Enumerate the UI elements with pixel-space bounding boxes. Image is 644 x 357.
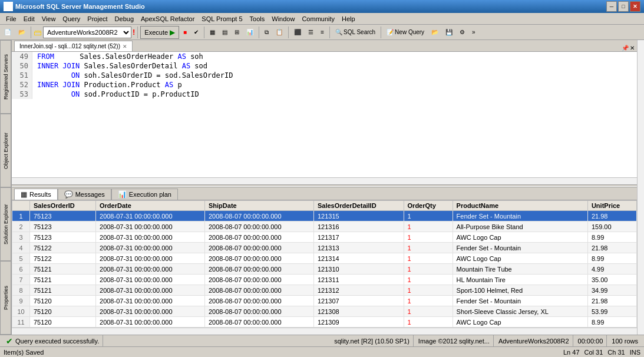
- data-cell: 75123: [30, 211, 96, 222]
- minimize-button[interactable]: ─: [606, 1, 617, 12]
- tab-messages[interactable]: 💬 Messages: [58, 189, 111, 200]
- row-num-cell: 11: [12, 317, 30, 328]
- tb-btn2[interactable]: ▤: [219, 26, 230, 39]
- editor-pin-icon[interactable]: 📌: [622, 45, 629, 51]
- tb-btn4[interactable]: 📊: [243, 26, 256, 39]
- data-cell: 75120: [30, 317, 96, 328]
- data-cell: 2008-08-07 00:00:00.000: [204, 264, 313, 275]
- sep1: [31, 27, 31, 38]
- data-cell: 121309: [313, 317, 404, 328]
- data-grid[interactable]: SalesOrderID OrderDate ShipDate SalesOrd…: [12, 200, 637, 328]
- table-icon: ⊞: [235, 29, 239, 35]
- col-sales-order-detail-id[interactable]: SalesOrderDetailID: [313, 201, 404, 211]
- tb-btn5[interactable]: ⧉: [262, 26, 272, 39]
- table-row[interactable]: 10751202008-07-31 00:00:00.0002008-08-07…: [12, 306, 637, 317]
- table-row[interactable]: 11751202008-07-31 00:00:00.0002008-08-07…: [12, 317, 637, 328]
- row-num-cell: 9: [12, 296, 30, 306]
- sql-search-button[interactable]: 🔍 SQL Search: [332, 26, 378, 39]
- tb-btn10[interactable]: 📂: [428, 26, 441, 39]
- table-row[interactable]: 6751212008-07-31 00:00:00.0002008-08-07 …: [12, 264, 637, 275]
- tb-btn1[interactable]: ▦: [207, 26, 218, 39]
- tab-execution-plan[interactable]: 📊 Execution plan: [111, 189, 178, 200]
- tb-btn9[interactable]: ≡: [318, 26, 327, 39]
- data-cell: HL Mountain Tire: [453, 275, 587, 285]
- window-controls[interactable]: ─ □ ✕: [606, 1, 640, 12]
- data-cell: 21.98: [587, 243, 636, 253]
- table-row[interactable]: 1751232008-07-31 00:00:00.0002008-08-07 …: [12, 211, 637, 222]
- database-dropdown[interactable]: AdventureWorks2008R2: [43, 27, 131, 38]
- menu-apexsql[interactable]: ApexSQL Refactor: [137, 14, 198, 24]
- col-order-qty[interactable]: OrderQty: [404, 201, 453, 211]
- data-cell: Mountain Tire Tube: [453, 264, 587, 275]
- tb-btn11[interactable]: 💾: [442, 26, 455, 39]
- bottom-mode: INS: [630, 349, 640, 356]
- data-cell: 2008-08-07 00:00:00.000: [204, 243, 313, 253]
- table-row[interactable]: 2751232008-07-31 00:00:00.0002008-08-07 …: [12, 222, 637, 232]
- data-cell: AWC Logo Cap: [453, 317, 587, 328]
- registered-servers-tab[interactable]: Registered Servers: [0, 40, 11, 114]
- table-row[interactable]: 7751212008-07-31 00:00:00.0002008-08-07 …: [12, 275, 637, 285]
- data-cell: 2008-07-31 00:00:00.000: [96, 296, 205, 306]
- status-connection-text: sqlity.net [R2] (10.50 SP1): [334, 338, 409, 345]
- col-ship-date[interactable]: ShipDate: [204, 201, 313, 211]
- tb-btn7[interactable]: ⬛: [291, 26, 304, 39]
- row-num-cell: 2: [12, 222, 30, 232]
- maximize-button[interactable]: □: [618, 1, 629, 12]
- col-order-date[interactable]: OrderDate: [96, 201, 205, 211]
- editor-content[interactable]: 49 FROM Sales.SalesOrderHeader AS soh 50…: [12, 52, 637, 184]
- tb-btn6[interactable]: 📋: [273, 26, 286, 39]
- toolbar-new-file[interactable]: 📄: [1, 26, 14, 39]
- menu-community[interactable]: Community: [298, 14, 338, 24]
- col-unit-price[interactable]: UnitPrice: [587, 201, 636, 211]
- new-query-button[interactable]: 📝 New Query: [384, 26, 427, 39]
- results-table: SalesOrderID OrderDate ShipDate SalesOrd…: [12, 200, 637, 328]
- sep7: [381, 27, 381, 38]
- data-cell: 2008-07-31 00:00:00.000: [96, 232, 205, 243]
- menu-query[interactable]: Query: [59, 14, 84, 24]
- table-row[interactable]: 5751222008-07-31 00:00:00.0002008-08-07 …: [12, 253, 637, 264]
- properties-tab[interactable]: Properties: [0, 261, 11, 335]
- editor-close-icon[interactable]: ✕: [630, 45, 635, 51]
- stop-button[interactable]: ■: [180, 26, 190, 39]
- tab-results[interactable]: ▦ Results: [14, 189, 58, 200]
- menu-help[interactable]: Help: [338, 14, 359, 24]
- editor-vscrollbar[interactable]: [637, 40, 644, 335]
- table-row[interactable]: 9751202008-07-31 00:00:00.0002008-08-07 …: [12, 296, 637, 306]
- data-cell: 21.98: [587, 296, 636, 306]
- tb-btn3[interactable]: ⊞: [232, 26, 242, 39]
- plan-icon: 📊: [118, 190, 127, 199]
- editor-hscrollbar[interactable]: [12, 177, 637, 184]
- execute-button[interactable]: Execute ▶: [140, 26, 179, 39]
- menu-window[interactable]: Window: [268, 14, 298, 24]
- tb-btn12[interactable]: ⚙: [457, 26, 468, 39]
- tb-btn8[interactable]: ☰: [305, 26, 316, 39]
- tab-close-icon[interactable]: ✕: [123, 44, 127, 49]
- editor-panel: InnerJoin.sql - sqli...012 sqlity.net (5…: [12, 40, 637, 184]
- grid-hscrollbar[interactable]: [12, 328, 637, 335]
- data-cell: 121310: [313, 264, 404, 275]
- tb-more[interactable]: »: [469, 26, 478, 39]
- tab-execution-plan-label: Execution plan: [129, 191, 171, 198]
- menu-debug[interactable]: Debug: [111, 14, 137, 24]
- object-explorer-tab[interactable]: Object Explorer: [0, 114, 11, 187]
- data-cell: 2008-08-07 00:00:00.000: [204, 222, 313, 232]
- menu-sqlprompt[interactable]: SQL Prompt 5: [198, 14, 246, 24]
- table-row[interactable]: 4751222008-07-31 00:00:00.0002008-08-07 …: [12, 243, 637, 253]
- data-cell: 121307: [313, 296, 404, 306]
- check-button[interactable]: ✔: [191, 26, 202, 39]
- menu-file[interactable]: File: [2, 14, 20, 24]
- solution-explorer-tab[interactable]: Solution Explorer: [0, 187, 11, 261]
- col-product-name[interactable]: ProductName: [453, 201, 587, 211]
- menu-tools[interactable]: Tools: [246, 14, 269, 24]
- editor-tab-inner-join[interactable]: InnerJoin.sql - sqli...012 sqlity.net (5…: [14, 41, 133, 51]
- close-button[interactable]: ✕: [630, 1, 640, 12]
- toolbar-open[interactable]: 📂: [15, 26, 28, 39]
- col-sales-order-id[interactable]: SalesOrderID: [30, 201, 96, 211]
- menu-edit[interactable]: Edit: [20, 14, 38, 24]
- status-rows: 100 rows: [608, 335, 642, 346]
- menu-view[interactable]: View: [38, 14, 60, 24]
- status-image-text: Image ©2012 sqlity.net...: [418, 338, 490, 345]
- table-row[interactable]: 8751212008-07-31 00:00:00.0002008-08-07 …: [12, 285, 637, 296]
- menu-project[interactable]: Project: [84, 14, 111, 24]
- table-row[interactable]: 3751232008-07-31 00:00:00.0002008-08-07 …: [12, 232, 637, 243]
